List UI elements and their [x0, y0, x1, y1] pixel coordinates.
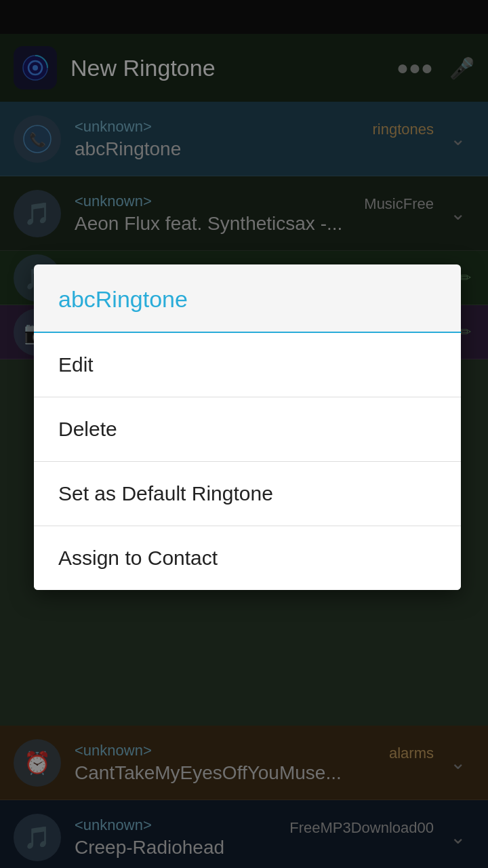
- dialog-item-assign-contact[interactable]: Assign to Contact: [34, 526, 461, 590]
- context-menu-dialog: abcRingtone Edit Delete Set as Default R…: [34, 264, 461, 590]
- dialog-item-set-default[interactable]: Set as Default Ringtone: [34, 462, 461, 526]
- dialog-title: abcRingtone: [34, 264, 461, 333]
- dialog-item-delete[interactable]: Delete: [34, 397, 461, 462]
- dialog-item-edit[interactable]: Edit: [34, 333, 461, 397]
